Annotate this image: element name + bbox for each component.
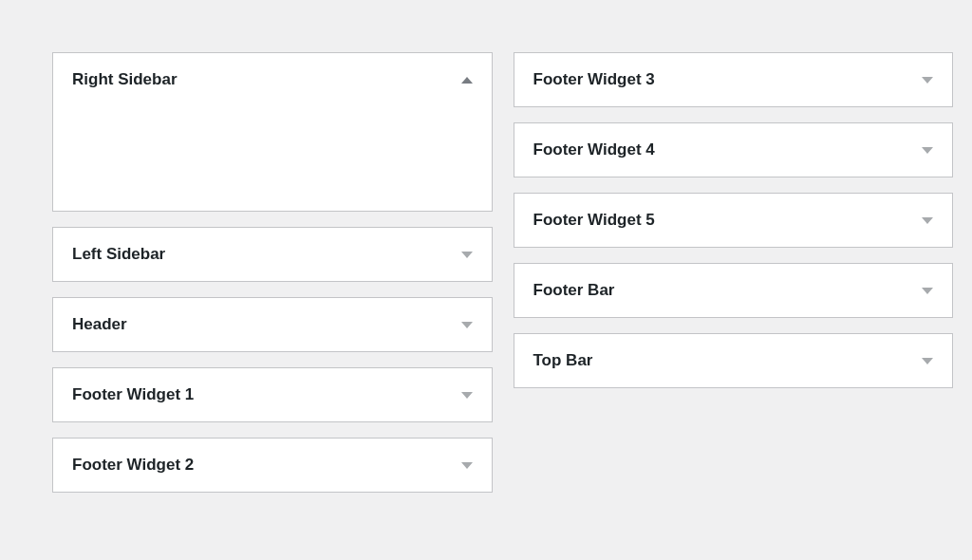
widget-area-title: Footer Widget 1 [72,385,194,404]
widget-area-footer-widget-1: Footer Widget 1 [52,367,493,422]
widget-area-footer-widget-3: Footer Widget 3 [514,52,954,107]
chevron-down-icon [922,288,933,294]
widgets-container: Right Sidebar Left Sidebar Header Footer… [0,0,972,493]
widget-area-header-header[interactable]: Header [53,298,492,351]
widget-area-header-right-sidebar[interactable]: Right Sidebar [53,53,492,106]
widget-area-footer-widget-2: Footer Widget 2 [52,438,493,493]
widget-area-left-sidebar: Left Sidebar [52,227,493,282]
widget-area-header: Header [52,297,493,352]
widget-area-header-footer-bar[interactable]: Footer Bar [514,264,953,317]
widget-area-title: Left Sidebar [72,245,165,264]
chevron-down-icon [922,217,933,224]
widget-area-footer-bar: Footer Bar [514,263,954,318]
widget-area-title: Header [72,315,127,334]
widget-area-body-right-sidebar[interactable] [53,106,492,211]
widget-area-header-footer-widget-1[interactable]: Footer Widget 1 [53,368,492,421]
widget-area-header-footer-widget-2[interactable]: Footer Widget 2 [53,439,492,492]
widget-area-footer-widget-5: Footer Widget 5 [514,193,954,248]
widget-area-header-footer-widget-3[interactable]: Footer Widget 3 [514,53,953,106]
widget-area-header-top-bar[interactable]: Top Bar [514,334,953,387]
widgets-column-left: Right Sidebar Left Sidebar Header Footer… [52,52,493,493]
chevron-down-icon [922,358,933,364]
chevron-up-icon [461,77,473,84]
widget-area-header-footer-widget-4[interactable]: Footer Widget 4 [514,123,953,177]
widgets-column-right: Footer Widget 3 Footer Widget 4 Footer W… [514,52,954,493]
widget-area-title: Footer Widget 2 [72,456,194,475]
widget-area-title: Footer Bar [533,281,615,300]
widget-area-title: Footer Widget 5 [533,211,655,230]
chevron-down-icon [461,392,473,399]
chevron-down-icon [461,462,473,469]
widget-area-right-sidebar: Right Sidebar [52,52,493,212]
widget-area-top-bar: Top Bar [514,333,954,388]
widget-area-header-left-sidebar[interactable]: Left Sidebar [53,228,492,281]
widget-area-title: Footer Widget 4 [533,140,655,159]
chevron-down-icon [922,147,933,154]
chevron-down-icon [461,322,473,328]
widget-area-header-footer-widget-5[interactable]: Footer Widget 5 [514,194,953,247]
widget-area-title: Footer Widget 3 [533,70,655,89]
widget-area-footer-widget-4: Footer Widget 4 [514,122,954,177]
chevron-down-icon [922,77,933,84]
chevron-down-icon [461,252,473,258]
widget-area-title: Top Bar [533,351,593,370]
widget-area-title: Right Sidebar [72,70,178,89]
